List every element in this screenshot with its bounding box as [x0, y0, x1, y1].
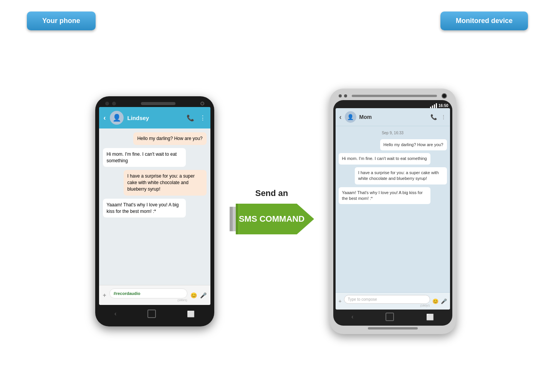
right-input-counter: (160)/1: [344, 304, 430, 307]
arrow-container: SMS COMMAND: [230, 204, 314, 234]
menu-icon-left[interactable]: ⋮: [200, 114, 206, 122]
right-contact-name: Mom: [359, 114, 427, 120]
your-phone-label: Your phone: [27, 12, 96, 30]
avatar-right: 👤: [345, 111, 356, 123]
avatar-left: 👤: [110, 111, 124, 125]
left-bottom-nav: ‹ ⬜: [99, 305, 210, 321]
left-chat-body: Hello my darling? How are you? Hi mom. I…: [99, 128, 210, 285]
left-input-counter: (160/1): [109, 298, 187, 302]
plus-icon-right[interactable]: +: [339, 298, 342, 304]
mic-icon-right[interactable]: 🎤: [441, 298, 447, 304]
recent-nav-right[interactable]: ⬜: [426, 313, 434, 321]
right-dot-2: [344, 94, 347, 97]
recent-nav-left[interactable]: ⬜: [187, 310, 195, 318]
phone-icon-right[interactable]: 📞: [430, 114, 437, 120]
left-phone-wrapper: ‹ 👤 Lindsey 📞 ⋮ Hello my darling? How ar…: [95, 96, 214, 326]
right-input-field[interactable]: Type to compose: [344, 295, 430, 304]
home-nav-left[interactable]: [147, 310, 156, 318]
speaker-left: [141, 102, 175, 105]
right-header-icons: 📞 ⋮: [430, 114, 446, 120]
sms-arrow-svg: [230, 204, 314, 234]
back-arrow-right[interactable]: ‹: [339, 113, 342, 121]
left-header-icons: 📞 ⋮: [187, 114, 206, 122]
bar3: [434, 104, 435, 108]
right-dot: [112, 102, 116, 105]
right-status-bar: 16:50: [336, 103, 450, 108]
left-msg-4: Yaaam! That's why I love you! A big kiss…: [103, 199, 186, 218]
right-chat-body: Sep 9, 16:33 Hello my darling? How are y…: [336, 126, 450, 292]
speaker-right: [352, 95, 437, 97]
bar4: [436, 103, 437, 108]
your-phone-text: Your phone: [42, 17, 80, 25]
right-screen: ‹ 👤 Mom 📞 ⋮ Sep 9, 16:33 Hello my darlin…: [336, 108, 450, 310]
svg-rect-4: [238, 204, 240, 234]
camera-left: [200, 102, 204, 105]
home-nav-right[interactable]: [386, 313, 394, 321]
left-msg-1: Hello my darling? How are you?: [133, 132, 206, 145]
emoji-icon-left[interactable]: 😊: [190, 292, 197, 298]
svg-rect-0: [230, 207, 233, 231]
right-phone-wrapper: 16:50 ‹ 👤 Mom 📞 ⋮: [329, 89, 456, 334]
back-nav-left[interactable]: ‹: [114, 310, 116, 317]
emoji-icon-right[interactable]: 😊: [432, 298, 438, 304]
svg-rect-1: [233, 207, 236, 231]
left-phone: ‹ 👤 Lindsey 📞 ⋮ Hello my darling? How ar…: [95, 96, 214, 326]
monitored-device-label: Monitored device: [440, 12, 528, 30]
svg-rect-3: [236, 204, 238, 234]
send-an-text: Send an: [255, 188, 288, 198]
scene: Your phone Monitored device ‹ 👤: [0, 0, 551, 392]
mic-icon-left[interactable]: 🎤: [200, 292, 207, 298]
right-msg-4: Yaaam! That's why I love you! A big kiss…: [339, 187, 431, 204]
left-dot: [105, 102, 109, 105]
plus-icon-left[interactable]: +: [103, 292, 106, 299]
right-input-placeholder: Type to compose: [348, 297, 377, 301]
bar2: [432, 105, 433, 108]
right-timestamp: Sep 9, 16:33: [339, 131, 447, 135]
menu-icon-right[interactable]: ⋮: [441, 114, 446, 120]
right-inner: 16:50 ‹ 👤 Mom 📞 ⋮: [333, 100, 452, 326]
speaker-bottom-right: [368, 327, 418, 329]
left-msg-3: I have a surprise for you: a super cake …: [124, 170, 207, 195]
left-chat-header: ‹ 👤 Lindsey 📞 ⋮: [99, 107, 210, 128]
back-nav-right[interactable]: ‹: [351, 313, 353, 320]
right-bottom-nav: ‹ ⬜: [336, 310, 450, 323]
svg-marker-2: [236, 204, 314, 234]
left-msg-2: Hi mom. I'm fine. I can't wait to eat so…: [103, 148, 186, 167]
camera-right: [442, 93, 447, 99]
left-contact-name: Lindsey: [127, 115, 183, 121]
phone-icon-left[interactable]: 📞: [187, 114, 194, 122]
status-time: 16:50: [438, 104, 448, 108]
arrow-area: Send an SMS COMMAND: [230, 188, 314, 234]
back-arrow-left[interactable]: ‹: [104, 114, 106, 122]
right-msg-2: Hi mom. I'm fine. I can't wait to eat so…: [339, 153, 430, 164]
signal-bars: [430, 103, 437, 108]
right-msg-3: I have a surprise for you: a super cake …: [355, 167, 447, 184]
right-dot-1: [339, 94, 342, 97]
right-input-bar: + Type to compose (160)/1 😊 🎤: [336, 292, 450, 310]
left-input-bar: + #recordaudio (160/1) 😊 🎤: [99, 285, 210, 305]
right-phone: 16:50 ‹ 👤 Mom 📞 ⋮: [329, 89, 456, 334]
monitored-device-text: Monitored device: [456, 17, 513, 25]
left-input-field[interactable]: #recordaudio: [109, 288, 187, 298]
left-screen: ‹ 👤 Lindsey 📞 ⋮ Hello my darling? How ar…: [99, 107, 210, 305]
right-msg-1: Hello my darling? How are you?: [380, 139, 447, 150]
right-chat-header: ‹ 👤 Mom 📞 ⋮: [336, 108, 450, 126]
